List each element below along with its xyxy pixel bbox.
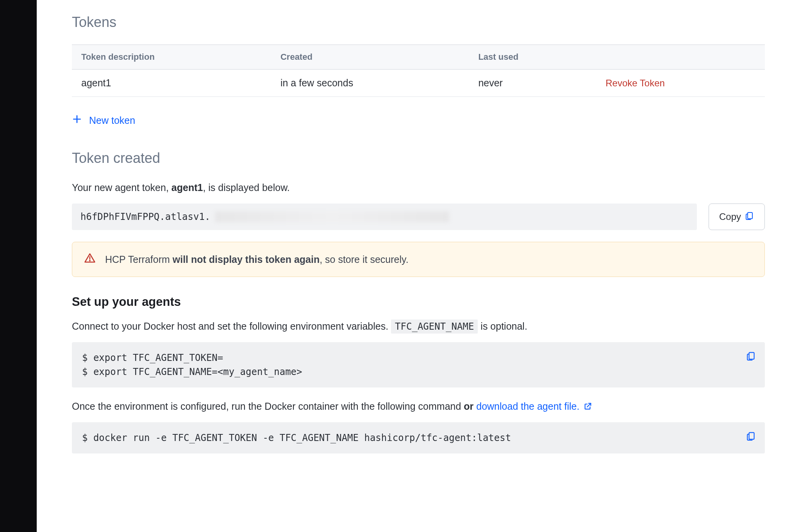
- clipboard-icon: [745, 211, 754, 223]
- env-var-name: TFC_AGENT_NAME: [391, 320, 478, 334]
- cell-token-description: agent1: [72, 70, 271, 97]
- table-row: agent1 in a few seconds never Revoke Tok…: [72, 70, 765, 97]
- svg-rect-5: [749, 352, 754, 359]
- col-actions: [596, 45, 765, 70]
- cell-revoke: Revoke Token: [596, 70, 765, 97]
- svg-point-4: [89, 261, 90, 261]
- new-token-label: New token: [89, 115, 135, 126]
- tokens-table: Token description Created Last used agen…: [72, 45, 765, 97]
- svg-rect-6: [749, 432, 754, 439]
- token-warning-banner: HCP Terraform will not display this toke…: [72, 242, 765, 277]
- col-created: Created: [271, 45, 469, 70]
- setup-para-1: Connect to your Docker host and set the …: [72, 321, 765, 332]
- svg-rect-2: [748, 212, 752, 219]
- warning-icon: [84, 252, 96, 266]
- docker-run-codeblock: $ docker run -e TFC_AGENT_TOKEN -e TFC_A…: [72, 422, 765, 453]
- plus-icon: [72, 114, 82, 127]
- main-content: Tokens Token description Created Last us…: [37, 0, 800, 532]
- external-link-icon: [582, 401, 592, 412]
- copy-codeblock-button[interactable]: [746, 351, 756, 365]
- col-last-used: Last used: [469, 45, 596, 70]
- cell-created: in a few seconds: [271, 70, 469, 97]
- token-created-heading: Token created: [72, 150, 765, 166]
- revoke-token-link[interactable]: Revoke Token: [605, 78, 665, 88]
- copy-codeblock-button[interactable]: [746, 431, 756, 445]
- code-text: $ export TFC_AGENT_TOKEN= $ export TFC_A…: [82, 352, 302, 377]
- warning-text: HCP Terraform will not display this toke…: [105, 254, 409, 265]
- code-text: $ docker run -e TFC_AGENT_TOKEN -e TFC_A…: [82, 432, 511, 443]
- tokens-heading: Tokens: [72, 14, 765, 30]
- setup-agents-heading: Set up your agents: [72, 295, 765, 309]
- copy-label: Copy: [719, 211, 741, 222]
- download-agent-link[interactable]: download the agent file.: [476, 401, 592, 412]
- setup-para-2: Once the environment is configured, run …: [72, 401, 765, 412]
- left-nav-rail: [0, 0, 37, 532]
- token-created-intro: Your new agent token, agent1, is display…: [72, 182, 765, 193]
- token-value-box: h6fDPhFIVmFPPQ.atlasv1.: [72, 204, 697, 230]
- cell-last-used: never: [469, 70, 596, 97]
- copy-token-button[interactable]: Copy: [709, 204, 765, 230]
- col-token-description: Token description: [72, 45, 271, 70]
- env-export-codeblock: $ export TFC_AGENT_TOKEN= $ export TFC_A…: [72, 342, 765, 387]
- token-display-row: h6fDPhFIVmFPPQ.atlasv1. Copy: [72, 204, 765, 230]
- new-token-button[interactable]: New token: [72, 114, 135, 127]
- token-redacted: [215, 211, 449, 222]
- token-prefix: h6fDPhFIVmFPPQ.atlasv1.: [80, 211, 210, 222]
